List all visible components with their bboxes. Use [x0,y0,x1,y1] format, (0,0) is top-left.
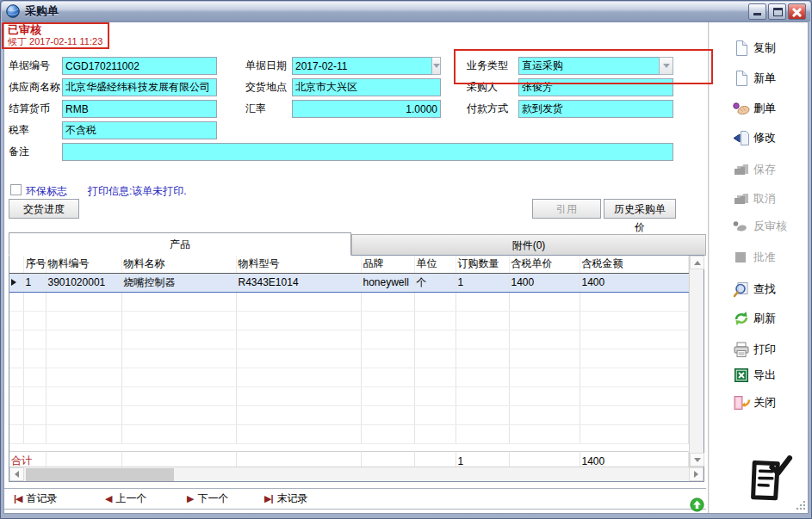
cell-qty: 1 [456,273,509,292]
exchange-rate-label: 汇率 [245,100,266,118]
export-button[interactable]: 导出 [732,365,776,386]
reverse-audit-button[interactable]: 反审核 [732,216,787,237]
delivery-place-label: 交货地点 [245,78,287,96]
empty-row [9,368,689,386]
next-record-label: 下一个 [197,491,228,506]
last-record-button[interactable]: ▶| 末记录 [264,491,308,506]
remark-label: 备注 [9,143,29,161]
status-green-icon[interactable] [690,497,704,512]
arrow-right-icon [694,471,698,478]
quote-button[interactable]: 引用 [532,199,601,219]
record-navigation-bar: |◀ 首记录 ◀ 上一个 ▶ 下一个 ▶| 末记录 [4,488,706,510]
exchange-rate-field[interactable] [292,100,441,118]
supplier-label: 供应商名称 [9,78,60,96]
cell-amount: 1400 [580,273,689,292]
current-row-icon [11,279,16,286]
minimize-button[interactable] [748,3,766,20]
search-icon [732,281,751,298]
arrow-down-icon [694,458,701,462]
empty-row [9,424,689,443]
save-icon [732,161,751,178]
arrow-left-icon [15,471,19,478]
previous-record-icon: ◀ [105,493,111,504]
purchase-order-window: 采购单 已审核 候丁 2017-02-11 11:23 单据编号 单据日期 业务… [0,0,812,519]
tax-field[interactable] [62,121,217,139]
doc-no-label: 单据编号 [9,57,50,75]
horizontal-scrollbar[interactable] [9,466,704,481]
print-info-text: 打印信息:该单未打印. [88,184,187,199]
vertical-scrollbar[interactable] [689,256,704,466]
maximize-icon [773,8,783,16]
col-price: 含税单价 [509,256,580,273]
biz-type-dropdown-button[interactable] [659,57,673,75]
horizontal-scroll-thumb[interactable] [26,468,174,481]
doc-date-dropdown[interactable] [292,57,441,75]
print-button[interactable]: 打印 [732,339,776,360]
doc-date-dropdown-button[interactable] [431,57,441,75]
cell-model: R4343E1014 [236,273,361,292]
buyer-field[interactable] [518,78,673,96]
chevron-down-icon [433,64,440,68]
new-doc-icon [732,70,751,87]
cancel-button[interactable]: 取消 [732,188,776,209]
empty-row [9,405,689,424]
doc-date-field[interactable] [292,57,431,75]
biz-type-dropdown[interactable] [518,57,673,75]
window-title: 采购单 [25,3,59,19]
buyer-label: 采购人 [467,78,498,96]
copy-button[interactable]: 复制 [732,38,776,59]
biz-type-field[interactable] [518,57,659,75]
eco-checkbox[interactable] [10,184,22,195]
arrow-up-icon [694,261,701,265]
maximize-button[interactable] [768,3,786,20]
scroll-right-button[interactable] [689,467,704,481]
payment-label: 付款方式 [467,100,508,118]
first-record-icon: |◀ [14,493,22,504]
row-indicator-header [9,256,23,273]
cell-price: 1400 [509,273,580,292]
close-icon [789,4,805,19]
empty-row [9,349,689,368]
app-globe-icon [6,4,20,18]
close-form-button[interactable]: 关闭 [732,392,776,413]
find-button[interactable]: 查找 [732,279,776,300]
first-record-button[interactable]: |◀ 首记录 [14,491,58,506]
biz-type-label: 业务类型 [467,57,508,75]
approve-button[interactable]: 批准 [732,247,776,268]
doc-no-field[interactable] [62,57,217,75]
modify-button[interactable]: 修改 [732,127,776,148]
remark-field[interactable] [62,143,673,161]
col-unit: 单位 [414,256,456,273]
refresh-button[interactable]: 刷新 [732,308,776,329]
tab-product[interactable]: 产品 [9,232,351,256]
payment-field[interactable] [518,100,673,118]
table-header-row: 序号 物料编号 物料名称 物料型号 品牌 单位 订购数量 含税单价 含税金额 [9,256,689,273]
cell-seq: 1 [23,273,46,292]
scroll-up-button[interactable] [690,256,704,269]
currency-field[interactable] [62,100,217,118]
cancel-icon [732,190,751,207]
delivery-place-field[interactable] [292,78,441,96]
close-button[interactable] [788,3,806,20]
sidebar-divider [708,22,710,513]
approve-icon [732,249,751,266]
checklist-logo-icon [741,454,797,510]
resize-grip[interactable] [795,501,805,511]
previous-record-button[interactable]: ◀ 上一个 [105,491,146,506]
scroll-left-button[interactable] [9,467,24,481]
delivery-progress-button[interactable]: 交货进度 [9,199,79,219]
chevron-down-icon [663,64,670,68]
scroll-down-button[interactable] [690,453,704,466]
edit-doc-icon [732,129,751,146]
save-button[interactable]: 保存 [732,159,776,180]
supplier-field[interactable] [62,78,217,96]
tab-attachment[interactable]: 附件(0) [351,234,706,256]
delete-doc-button[interactable]: 删单 [732,98,776,119]
new-doc-button[interactable]: 新单 [732,68,776,89]
table-row[interactable]: 1 3901020001 烧嘴控制器 R4343E1014 honeywell … [9,273,689,292]
empty-row [9,292,689,311]
delete-hand-icon [732,100,751,117]
next-record-button[interactable]: ▶ 下一个 [187,491,228,506]
refresh-icon [732,310,751,327]
history-price-button[interactable]: 历史采购单价 [604,199,676,219]
